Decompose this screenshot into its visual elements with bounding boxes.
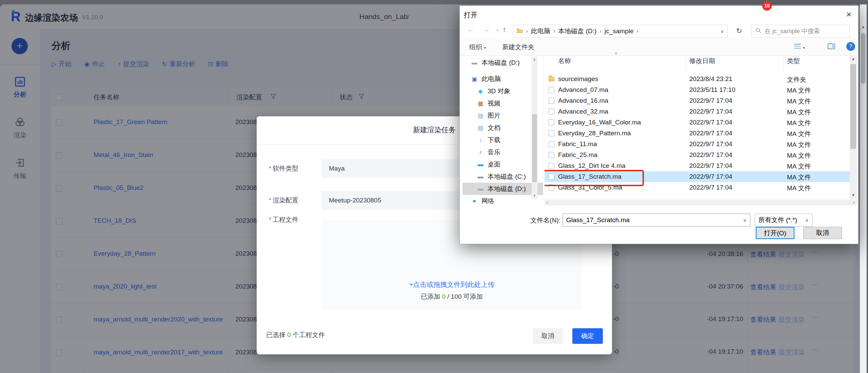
- file-date: 2022/9/7 17:04: [689, 108, 732, 115]
- tree-item-icon: ◆: [477, 88, 484, 95]
- tree-item[interactable]: ▣ 此电脑: [462, 73, 543, 85]
- file-name: Advanced_07.ma: [558, 86, 608, 94]
- tree-item[interactable]: ▬ 本地磁盘 (D:): [462, 57, 543, 69]
- tree-item[interactable]: ↓ 下载: [462, 134, 543, 146]
- caret-down-icon: ▾: [803, 45, 805, 50]
- tree-item[interactable]: ▬ 本地磁盘 (C:): [462, 171, 543, 183]
- up-button[interactable]: ↑: [502, 25, 506, 34]
- tree-item[interactable]: ▬ 桌面: [462, 158, 543, 171]
- pane-divider: [543, 55, 543, 200]
- file-date: 2023/5/11 17:10: [689, 86, 735, 94]
- tree-item-icon: ↓: [477, 137, 484, 143]
- chevron-down-icon[interactable]: ∨: [805, 214, 809, 226]
- file-type: MA 文件: [787, 86, 811, 95]
- refresh-icon[interactable]: ↻: [736, 27, 742, 35]
- file-date: 2022/9/7 17:04: [689, 119, 732, 126]
- file-row[interactable]: Advanced_32.ma 2022/9/7 17:04 MA 文件: [545, 106, 850, 117]
- file-row[interactable]: Glass_17_Scratch.ma 2022/9/7 17:04 MA 文件: [545, 171, 850, 182]
- file-row[interactable]: Fabric_11.ma 2022/9/7 17:04 MA 文件: [545, 139, 850, 150]
- tree-item-label: 本地磁盘 (D:): [481, 58, 520, 67]
- scrollbar-thumb[interactable]: [861, 33, 866, 84]
- tree-item[interactable]: ♪ 音乐: [462, 146, 543, 158]
- filename-combobox[interactable]: Glass_17_Scratch.ma ∨: [563, 214, 750, 227]
- breadcrumb-separator: ›: [637, 28, 639, 35]
- tree-item-icon: ▬: [477, 173, 484, 180]
- chevron-down-icon[interactable]: ∨: [743, 214, 747, 226]
- tree-item[interactable]: ◆ 3D 对象: [462, 85, 543, 97]
- notification-badge[interactable]: 10: [762, 1, 772, 11]
- scroll-down-arrow[interactable]: ∨: [532, 194, 537, 197]
- scroll-up-arrow[interactable]: ∧: [532, 58, 537, 61]
- column-divider: [685, 57, 686, 72]
- horizontal-scrollbar[interactable]: ‹ ›: [545, 200, 857, 205]
- scrollbar-thumb[interactable]: [532, 114, 537, 182]
- file-type: MA 文件: [787, 173, 811, 182]
- tree-item[interactable]: ▬ 本地磁盘 (D:): [462, 183, 543, 195]
- file-row[interactable]: Advanced_16.ma 2022/9/7 17:04 MA 文件: [545, 95, 850, 106]
- search-box[interactable]: 在 jc_sample 中搜索: [751, 25, 850, 38]
- search-icon: [756, 27, 761, 35]
- scrollbar-thumb[interactable]: [850, 64, 856, 149]
- tree-item[interactable]: ▨ 图片: [462, 110, 543, 122]
- file-icon: [549, 163, 554, 169]
- open-button[interactable]: 打开(O): [756, 227, 794, 239]
- tree-item-label: 网络: [481, 197, 494, 205]
- tree-item[interactable]: ▤ 文档: [462, 122, 543, 134]
- filetype-combobox[interactable]: 所有文件 (*.*) ∨: [755, 214, 812, 227]
- modal-ok-button[interactable]: 确定: [572, 328, 603, 344]
- address-dropdown-chevron[interactable]: ∨: [721, 28, 724, 34]
- tree-item-icon: ▦: [477, 100, 484, 107]
- tree-item-icon: ▬: [477, 185, 484, 192]
- column-header-type[interactable]: 类型: [787, 57, 800, 65]
- file-name: Advanced_16.ma: [558, 97, 608, 104]
- file-row[interactable]: sourceimages 2023/8/4 23:21 文件夹: [545, 74, 850, 84]
- scroll-down-arrow[interactable]: ▼: [850, 193, 857, 197]
- render-config-label: *渲染配置: [244, 196, 298, 205]
- tree-item-label: 本地磁盘 (D:): [488, 184, 526, 193]
- sort-ascending-icon: ∧: [614, 51, 618, 56]
- upload-cta[interactable]: +点击或拖拽文件到此处上传: [321, 280, 582, 289]
- tree-item-icon: ▬: [477, 161, 484, 168]
- column-divider: [784, 57, 784, 72]
- address-bar[interactable]: › 此电脑 › 本地磁盘 (D:) › jc_sample › ∨: [513, 25, 728, 38]
- file-type: MA 文件: [787, 97, 811, 106]
- view-mode-button[interactable]: ▾: [794, 43, 805, 51]
- new-folder-button[interactable]: 新建文件夹: [502, 43, 534, 52]
- breadcrumb-jc-sample[interactable]: jc_sample: [605, 27, 634, 35]
- breadcrumb-this-pc[interactable]: 此电脑: [531, 27, 550, 36]
- file-row[interactable]: Fabric_25.ma 2022/9/7 17:04 MA 文件: [545, 150, 850, 160]
- file-row[interactable]: Everyday_28_Pattern.ma 2022/9/7 17:04 MA…: [545, 128, 850, 139]
- file-date: 2022/9/7 17:04: [689, 140, 732, 148]
- dialog-cancel-button[interactable]: 取消: [803, 227, 842, 239]
- file-row[interactable]: Everyday_16_Wall_Color.ma 2022/9/7 17:04…: [545, 117, 850, 128]
- scroll-up-arrow[interactable]: ▲: [860, 25, 867, 29]
- recent-locations-chevron[interactable]: ∨: [496, 27, 499, 33]
- column-header-name[interactable]: 名称: [558, 57, 571, 65]
- scroll-right-arrow[interactable]: ›: [851, 200, 857, 205]
- tree-scrollbar[interactable]: ∧ ∨: [532, 57, 537, 199]
- software-type-label: *软件类型: [244, 164, 298, 173]
- back-button[interactable]: ←: [467, 25, 474, 34]
- scroll-up-arrow[interactable]: ▲: [850, 57, 857, 61]
- file-row[interactable]: Advanced_07.ma 2023/5/11 17:10 MA 文件: [545, 84, 850, 95]
- forward-button[interactable]: →: [483, 25, 490, 34]
- modal-cancel-button[interactable]: 取消: [533, 328, 563, 344]
- page-scrollbar[interactable]: ▲: [860, 4, 867, 373]
- tree-item-label: 音乐: [488, 148, 500, 157]
- file-name: Glass_12_Dirt Ice 4.ma: [558, 162, 626, 170]
- organize-button[interactable]: 组织 ▾: [469, 43, 486, 52]
- preview-pane-button[interactable]: [828, 43, 835, 51]
- column-header-date[interactable]: 修改日期: [689, 57, 715, 65]
- close-icon[interactable]: ×: [846, 9, 851, 20]
- tree-item[interactable]: ▦ 视频: [462, 97, 543, 110]
- breadcrumb-drive-d[interactable]: 本地磁盘 (D:): [558, 27, 596, 36]
- resize-grip[interactable]: ⋰: [852, 239, 856, 242]
- scroll-left-arrow[interactable]: ‹: [545, 200, 550, 205]
- file-icon: [549, 109, 554, 115]
- tree-item[interactable]: ● 网络: [462, 195, 543, 206]
- help-icon[interactable]: ?: [846, 42, 855, 51]
- tree-item-label: 视频: [488, 99, 500, 108]
- list-scrollbar[interactable]: ▲ ▼: [850, 55, 857, 200]
- file-type: MA 文件: [787, 108, 811, 117]
- breadcrumb-separator: ›: [599, 28, 601, 35]
